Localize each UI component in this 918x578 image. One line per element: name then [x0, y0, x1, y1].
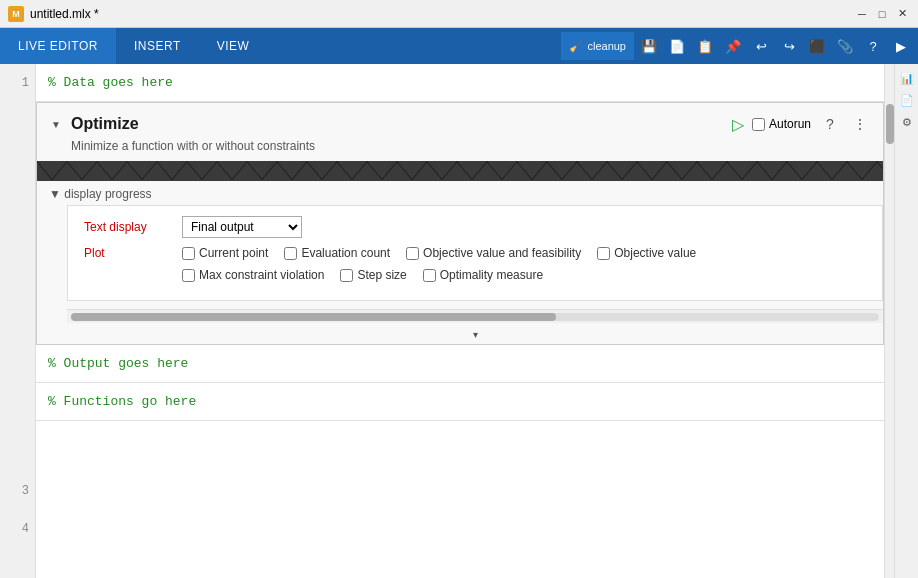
editor-scrollbar[interactable]: [884, 64, 894, 578]
minimize-button[interactable]: ─: [854, 6, 870, 22]
checkbox-step-size-input[interactable]: [340, 269, 353, 282]
cell-4-code: % Functions go here: [48, 394, 196, 409]
scrollbar-track[interactable]: [71, 313, 879, 321]
scrollbar-thumb[interactable]: [71, 313, 556, 321]
text-display-row: Text display Final output Iterative disp…: [84, 216, 866, 238]
collapse-button[interactable]: ▼: [49, 117, 63, 131]
checkbox-current-point-input[interactable]: [182, 247, 195, 260]
plot-row-2: Max constraint violation Step size Optim…: [84, 268, 866, 282]
checkbox-objective-feasibility[interactable]: Objective value and feasibility: [406, 246, 581, 260]
cell-1-code: % Data goes here: [48, 75, 173, 90]
line-1: 1: [0, 64, 35, 102]
text-display-select[interactable]: Final output Iterative display Off: [182, 216, 302, 238]
toolbar-action-3[interactable]: 📌: [720, 33, 746, 59]
block-help-button[interactable]: ?: [819, 113, 841, 135]
block-subtitle: Minimize a function with or without cons…: [37, 139, 883, 161]
plot-label: Plot: [84, 246, 174, 260]
checkbox-objective-value[interactable]: Objective value: [597, 246, 696, 260]
redo-button[interactable]: ↪: [776, 33, 802, 59]
right-sidebar: 📊 📄 ⚙: [894, 64, 918, 578]
block-more-button[interactable]: ⋮: [849, 113, 871, 135]
toolbar: LIVE EDITOR INSERT VIEW 🧹 cleanup 💾 📄 📋 …: [0, 28, 918, 64]
chevron-down[interactable]: ▾: [37, 327, 883, 344]
checkbox-optimality-input[interactable]: [423, 269, 436, 282]
checkbox-max-constraint-input[interactable]: [182, 269, 195, 282]
checkbox-evaluation-count-input[interactable]: [284, 247, 297, 260]
sidebar-icon-3[interactable]: ⚙: [897, 112, 917, 132]
maximize-button[interactable]: □: [874, 6, 890, 22]
toolbar-action-2[interactable]: 📋: [692, 33, 718, 59]
sidebar-icon-2[interactable]: 📄: [897, 90, 917, 110]
checkbox-max-constraint[interactable]: Max constraint violation: [182, 268, 324, 282]
tab-view[interactable]: VIEW: [199, 28, 268, 64]
toolbar-action-5[interactable]: 📎: [832, 33, 858, 59]
app-icon: M: [8, 6, 24, 22]
cleanup-button[interactable]: 🧹 cleanup: [561, 32, 634, 60]
zigzag-svg: [37, 161, 883, 181]
code-cell-4[interactable]: % Functions go here: [36, 383, 884, 421]
window-title: untitled.mlx *: [30, 7, 99, 21]
line-3: 3: [0, 472, 35, 510]
title-bar: M untitled.mlx * ─ □ ✕: [0, 0, 918, 28]
line-4: 4: [0, 510, 35, 548]
code-cell-3[interactable]: % Output goes here: [36, 345, 884, 383]
tab-live-editor[interactable]: LIVE EDITOR: [0, 28, 116, 64]
checkbox-objective-feasibility-input[interactable]: [406, 247, 419, 260]
text-display-dropdown-container: Final output Iterative display Off: [182, 216, 302, 238]
tab-insert[interactable]: INSERT: [116, 28, 199, 64]
line-gutter: 1 3 4: [0, 64, 36, 578]
save-button[interactable]: 💾: [636, 33, 662, 59]
editor-scrollbar-thumb[interactable]: [886, 104, 894, 144]
autorun-checkbox[interactable]: [752, 118, 765, 131]
code-cell-1[interactable]: % Data goes here: [36, 64, 884, 102]
plot-row-1: Plot Current point Evaluation count: [84, 246, 866, 260]
checkbox-objective-value-input[interactable]: [597, 247, 610, 260]
checkbox-evaluation-count[interactable]: Evaluation count: [284, 246, 390, 260]
checkbox-optimality[interactable]: Optimality measure: [423, 268, 543, 282]
block-title: Optimize: [71, 115, 139, 133]
checkbox-current-point[interactable]: Current point: [182, 246, 268, 260]
run-button[interactable]: ▷: [732, 115, 744, 134]
undo-button[interactable]: ↩: [748, 33, 774, 59]
scrollbar-area: [67, 309, 883, 323]
toolbar-action-1[interactable]: 📄: [664, 33, 690, 59]
block-header: ▼ Optimize ▷ Autorun ? ⋮: [37, 103, 883, 139]
editor-area[interactable]: % Data goes here ▼ Optimize ▷ Autorun: [36, 64, 884, 578]
cleanup-icon: 🧹: [569, 40, 583, 53]
sidebar-icon-1[interactable]: 📊: [897, 68, 917, 88]
editor-content: 1 3 4 % Data goes here ▼ Optimize: [0, 64, 894, 578]
display-section: Text display Final output Iterative disp…: [67, 205, 883, 301]
arrow-button[interactable]: ▶: [888, 33, 914, 59]
display-section-label: ▼ display progress: [37, 181, 883, 201]
toolbar-action-4[interactable]: ⬛: [804, 33, 830, 59]
optimize-block: ▼ Optimize ▷ Autorun ? ⋮ Minimize a: [36, 102, 884, 345]
zigzag-band: [37, 161, 883, 181]
cell-3-code: % Output goes here: [48, 356, 188, 371]
checkbox-step-size[interactable]: Step size: [340, 268, 406, 282]
text-display-label: Text display: [84, 220, 174, 234]
help-button[interactable]: ?: [860, 33, 886, 59]
close-button[interactable]: ✕: [894, 6, 910, 22]
svg-marker-0: [37, 161, 883, 181]
autorun-label: Autorun: [769, 117, 811, 131]
main-area: 1 3 4 % Data goes here ▼ Optimize: [0, 64, 918, 578]
